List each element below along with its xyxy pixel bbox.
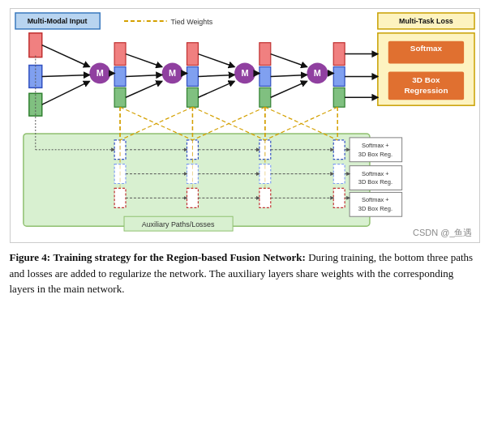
svg-rect-36	[333, 43, 345, 66]
svg-text:Multi-Task Loss: Multi-Task Loss	[399, 17, 453, 25]
svg-rect-29	[114, 87, 126, 107]
svg-rect-65	[333, 164, 345, 184]
svg-line-47	[198, 54, 234, 67]
svg-rect-37	[333, 67, 345, 87]
figure-label: Figure 4:	[10, 251, 51, 263]
watermark: CSDN @_鱼遇	[413, 227, 473, 239]
svg-text:M: M	[169, 68, 176, 78]
svg-rect-69	[333, 188, 345, 207]
svg-text:Softmax +: Softmax +	[362, 170, 389, 177]
diagram-svg: Auxiliary Paths/Losses Multi-Modal Input…	[11, 9, 479, 242]
svg-line-52	[270, 75, 307, 76]
svg-text:M: M	[241, 68, 248, 78]
svg-line-39	[41, 45, 89, 67]
svg-rect-38	[333, 87, 345, 107]
svg-text:Softmax +: Softmax +	[362, 142, 389, 149]
svg-line-43	[126, 54, 162, 67]
svg-rect-31	[187, 67, 198, 87]
svg-rect-28	[114, 67, 126, 87]
svg-line-40	[41, 75, 89, 76]
svg-rect-34	[259, 67, 270, 87]
svg-rect-30	[187, 43, 198, 66]
svg-text:Multi-Modal Input: Multi-Modal Input	[27, 17, 87, 25]
figure-caption: Figure 4: Training strategy for the Regi…	[10, 250, 480, 297]
svg-rect-68	[259, 188, 270, 207]
svg-rect-33	[259, 43, 270, 66]
svg-line-45	[126, 81, 162, 97]
svg-line-41	[41, 81, 89, 105]
svg-text:3D Box Reg.: 3D Box Reg.	[358, 178, 392, 186]
svg-line-48	[198, 75, 234, 76]
svg-rect-32	[187, 87, 198, 107]
svg-rect-67	[187, 188, 198, 207]
svg-text:Auxiliary Paths/Losses: Auxiliary Paths/Losses	[141, 220, 214, 228]
svg-text:3D Box Reg.: 3D Box Reg.	[358, 151, 392, 158]
svg-rect-16	[28, 33, 41, 58]
svg-rect-27	[114, 43, 126, 66]
caption-bold: Training strategy for the Region-based F…	[53, 251, 306, 263]
svg-text:M: M	[313, 68, 320, 78]
diagram-area: Auxiliary Paths/Losses Multi-Modal Input…	[10, 8, 480, 243]
svg-text:Softmax: Softmax	[410, 44, 442, 53]
svg-line-44	[126, 75, 162, 76]
svg-text:Regression: Regression	[404, 86, 448, 95]
svg-line-51	[270, 54, 307, 67]
svg-text:M: M	[96, 68, 103, 78]
svg-rect-66	[114, 188, 126, 207]
svg-line-49	[198, 81, 234, 97]
svg-rect-61	[333, 140, 345, 160]
svg-rect-35	[259, 87, 270, 107]
svg-line-53	[270, 81, 307, 97]
main-container: Auxiliary Paths/Losses Multi-Modal Input…	[0, 0, 489, 305]
svg-text:Tied Weights: Tied Weights	[170, 18, 212, 26]
svg-text:Softmax +: Softmax +	[362, 196, 389, 203]
svg-text:3D Box Reg.: 3D Box Reg.	[358, 205, 392, 212]
svg-text:3D Box: 3D Box	[412, 75, 440, 84]
